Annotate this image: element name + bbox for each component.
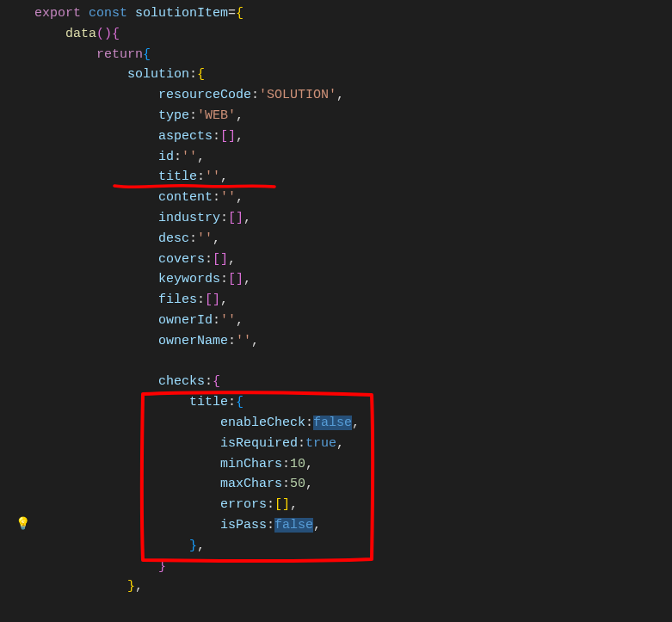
- bracket: [: [205, 293, 213, 307]
- code-line: return{: [34, 45, 672, 65]
- code-line: },: [34, 536, 672, 557]
- brace: {: [143, 47, 151, 62]
- brace: }: [158, 559, 166, 574]
- boolean: false: [274, 518, 313, 533]
- code-line: aspects:[],: [34, 126, 672, 147]
- brace: {: [112, 27, 120, 41]
- property: checks: [158, 374, 205, 389]
- brace: {: [236, 395, 244, 410]
- property: covers: [158, 252, 205, 267]
- keyword-const: const: [89, 6, 127, 21]
- string: '': [205, 169, 220, 184]
- property: aspects: [158, 129, 213, 144]
- property: title: [189, 395, 228, 410]
- brace: }: [189, 539, 197, 553]
- bracket: ]: [220, 252, 228, 267]
- code-line: title:{: [34, 392, 672, 413]
- property: files: [158, 293, 197, 307]
- bracket: [: [220, 129, 228, 144]
- code-line: isRequired:true,: [34, 434, 672, 454]
- property: keywords: [158, 272, 220, 286]
- bracket: ]: [213, 293, 220, 307]
- property: solution: [127, 67, 189, 82]
- code-line: industry:[],: [34, 208, 672, 229]
- code-line: title:'',: [34, 167, 672, 188]
- string: 'WEB': [197, 108, 236, 123]
- code-line: checks:{: [34, 372, 672, 392]
- property: maxChars: [220, 477, 282, 491]
- code-line: data(){: [34, 24, 672, 45]
- string: '': [220, 313, 236, 328]
- code-line: maxChars:50,: [34, 474, 672, 495]
- code-line: ownerId:'',: [34, 311, 672, 331]
- code-line: id:'',: [34, 147, 672, 168]
- keyword-return: return: [96, 47, 143, 62]
- code-line: }: [34, 557, 672, 577]
- code-line: content:'',: [34, 188, 672, 208]
- paren: (): [96, 27, 112, 41]
- boolean: true: [305, 436, 336, 451]
- code-line: resourceCode:'SOLUTION',: [34, 85, 672, 106]
- code-line: type:'WEB',: [34, 106, 672, 126]
- property: enableCheck: [220, 416, 305, 430]
- code-line: export const solutionItem={: [34, 3, 672, 24]
- code-line: keywords:[],: [34, 269, 672, 290]
- brace: }: [127, 579, 135, 594]
- code-line: solution:{: [34, 65, 672, 85]
- code-line: ownerName:'',: [34, 331, 672, 352]
- property: isPass: [220, 518, 267, 533]
- property: isRequired: [220, 436, 298, 451]
- property: industry: [158, 211, 220, 225]
- number: 50: [290, 477, 305, 491]
- property: id: [158, 150, 174, 164]
- function-name: data: [65, 27, 96, 41]
- property: desc: [158, 231, 189, 246]
- keyword-export: export: [34, 6, 81, 21]
- bracket: ]: [236, 211, 244, 225]
- property: content: [158, 190, 213, 205]
- code-line: files:[],: [34, 290, 672, 311]
- string: '': [197, 231, 213, 246]
- bracket: [: [228, 272, 236, 286]
- code-line: desc:'',: [34, 229, 672, 249]
- operator: =: [228, 6, 236, 21]
- code-line: [34, 352, 672, 373]
- bracket: [: [228, 211, 236, 225]
- string: '': [236, 334, 251, 348]
- code-line: errors:[],: [34, 495, 672, 515]
- property: ownerId: [158, 313, 213, 328]
- property: title: [158, 169, 197, 184]
- bracket: ]: [228, 129, 236, 144]
- brace: {: [197, 67, 205, 82]
- code-line: covers:[],: [34, 249, 672, 270]
- brace: {: [236, 6, 244, 21]
- string: '': [220, 190, 236, 205]
- number: 10: [290, 457, 305, 471]
- code-editor[interactable]: export const solutionItem={ data(){ retu…: [0, 0, 672, 597]
- property: ownerName: [158, 334, 228, 348]
- bracket: ]: [282, 497, 290, 512]
- property: errors: [220, 497, 267, 512]
- bracket: [: [274, 497, 282, 512]
- identifier: solutionItem: [135, 6, 228, 21]
- boolean: false: [313, 416, 352, 430]
- code-line: isPass:false,: [34, 515, 672, 536]
- code-line: },: [34, 576, 672, 597]
- code-line: enableCheck:false,: [34, 413, 672, 434]
- property: minChars: [220, 457, 282, 471]
- string: 'SOLUTION': [259, 88, 336, 102]
- brace: {: [213, 374, 220, 389]
- string: '': [182, 150, 197, 164]
- property: type: [158, 108, 189, 123]
- bracket: ]: [236, 272, 244, 286]
- bracket: [: [213, 252, 220, 267]
- property: resourceCode: [158, 88, 251, 102]
- lightbulb-icon[interactable]: 💡: [15, 514, 30, 535]
- code-line: minChars:10,: [34, 454, 672, 475]
